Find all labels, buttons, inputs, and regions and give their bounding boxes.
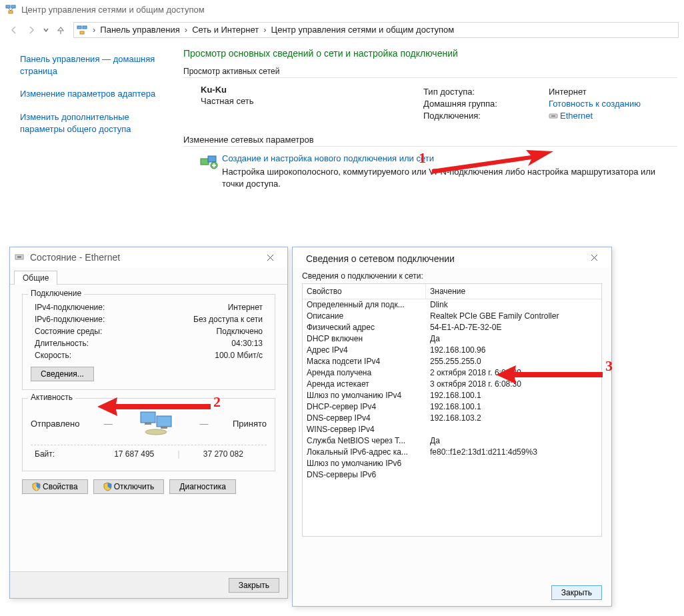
disable-button[interactable]: Отключить [93, 479, 165, 494]
close-button[interactable] [257, 250, 283, 265]
tab-general[interactable]: Общие [14, 271, 57, 285]
svg-rect-11 [208, 156, 216, 162]
speed-label: Скорость: [31, 351, 215, 360]
activity-sep: — [200, 419, 209, 429]
table-row[interactable]: Маска подсети IPv4255.255.255.0 [303, 356, 601, 367]
table-row[interactable]: Определенный для подк...Dlink [303, 299, 601, 311]
svg-line-4 [11, 8, 13, 11]
ethernet-status-icon [14, 252, 25, 263]
homegroup-label: Домашняя группа: [423, 99, 549, 109]
connections-label: Подключения: [423, 111, 549, 121]
property-cell: DNS-серверы IPv6 [303, 469, 426, 481]
property-cell: WINS-сервер IPv4 [303, 424, 426, 435]
crumb-root[interactable]: Панель управления [98, 25, 181, 35]
property-cell: Шлюз по умолчанию IPv4 [303, 390, 426, 401]
table-row[interactable]: Аренда получена2 октября 2018 г. 6:08:29 [303, 367, 601, 379]
sidebar-link-home[interactable]: Панель управления — домашняя страница [20, 53, 171, 77]
table-row[interactable]: Шлюз по умолчанию IPv6 [303, 458, 601, 469]
new-connection-icon [199, 153, 218, 169]
navigation-bar: › Панель управления › Сеть и Интернет › … [0, 19, 684, 41]
crumb-leaf[interactable]: Центр управления сетями и общим доступом [269, 25, 457, 35]
ethernet-link-text: Ethernet [560, 111, 593, 121]
sent-bytes: 17 687 495 [91, 449, 177, 459]
table-row[interactable]: DHCP-сервер IPv4192.168.100.1 [303, 401, 601, 413]
connection-fieldset-label: Подключение [28, 289, 84, 298]
window-titlebar: Центр управления сетями и общим доступом [0, 0, 684, 19]
table-row[interactable]: DNS-сервер IPv4192.168.103.2 [303, 413, 601, 424]
details-window: Сведения о сетевом подключении Сведения … [292, 247, 612, 607]
table-row[interactable]: DNS-серверы IPv6 [303, 469, 601, 481]
value-cell: 192.168.100.96 [426, 345, 601, 356]
page-title: Просмотр основных сведений о сети и наст… [183, 48, 677, 59]
ethernet-connection-link[interactable]: Ethernet [549, 111, 593, 121]
sidebar-link-sharing[interactable]: Изменить дополнительные параметры общего… [20, 111, 171, 135]
value-cell: 54-E1-AD-7E-32-0E [426, 322, 601, 333]
network-center-icon [77, 25, 87, 35]
property-cell: Шлюз по умолчанию IPv6 [303, 458, 426, 469]
property-cell: Аренда получена [303, 367, 426, 379]
activity-fieldset-label: Активность [28, 393, 75, 402]
svg-rect-17 [17, 256, 21, 258]
svg-rect-5 [77, 26, 81, 29]
value-cell: 192.168.100.1 [426, 401, 601, 413]
media-state-label: Состояние среды: [31, 327, 217, 336]
details-table: Свойство Значение Определенный для подк.… [302, 283, 602, 537]
access-type-label: Тип доступа: [423, 87, 549, 97]
table-row[interactable]: Физический адрес54-E1-AD-7E-32-0E [303, 322, 601, 333]
svg-rect-1 [11, 5, 15, 8]
value-cell: 192.168.100.1 [426, 390, 601, 401]
table-row[interactable]: Адрес IPv4192.168.100.96 [303, 345, 601, 356]
address-bar[interactable]: › Панель управления › Сеть и Интернет › … [73, 22, 679, 38]
crumb-sep[interactable]: › [182, 25, 190, 35]
homegroup-link[interactable]: Готовность к созданию [549, 99, 641, 109]
network-center-icon [5, 4, 16, 15]
back-button[interactable] [7, 23, 21, 37]
network-name: Ku-Ku [201, 85, 423, 95]
details-subtitle: Сведения о подключении к сети: [293, 267, 611, 283]
received-label: Принято [233, 419, 267, 429]
property-cell: Описание [303, 311, 426, 322]
close-button[interactable]: Закрыть [229, 578, 279, 593]
disable-button-label: Отключить [114, 482, 155, 491]
forward-button[interactable] [24, 23, 39, 37]
received-bytes: 37 270 082 [180, 449, 267, 459]
table-row[interactable]: ОписаниеRealtek PCIe GBE Family Controll… [303, 311, 601, 322]
crumb-mid[interactable]: Сеть и Интернет [190, 25, 261, 35]
speed-value: 100.0 Мбит/с [215, 351, 267, 360]
svg-rect-10 [201, 159, 209, 165]
properties-button[interactable]: Свойства [22, 479, 88, 494]
crumb-sep[interactable]: › [261, 25, 269, 35]
property-cell: Определенный для подк... [303, 299, 426, 311]
diagnose-button[interactable]: Диагностика [169, 479, 236, 494]
svg-rect-2 [9, 11, 13, 13]
table-row[interactable]: DHCP включенДа [303, 333, 601, 345]
table-row[interactable]: WINS-сервер IPv4 [303, 424, 601, 435]
table-row[interactable]: Шлюз по умолчанию IPv4192.168.100.1 [303, 390, 601, 401]
property-cell: Служба NetBIOS через T... [303, 435, 426, 447]
details-button[interactable]: Сведения... [31, 367, 94, 381]
table-row[interactable]: Служба NetBIOS через T...Да [303, 435, 601, 447]
crumb-sep[interactable]: › [90, 25, 98, 35]
close-button[interactable]: Закрыть [551, 585, 602, 600]
up-button[interactable] [53, 23, 68, 37]
group-settings-heading: Изменение сетевых параметров [183, 135, 677, 147]
value-cell [426, 424, 601, 435]
value-cell [426, 469, 601, 481]
table-row[interactable]: Аренда истекает3 октября 2018 г. 6:08:30 [303, 379, 601, 390]
value-cell: 255.255.255.0 [426, 356, 601, 367]
svg-rect-7 [80, 31, 84, 34]
sidebar-link-adapter[interactable]: Изменение параметров адаптера [20, 88, 171, 100]
column-value-header[interactable]: Значение [426, 284, 601, 299]
activity-sep: — [104, 419, 113, 429]
bytes-label: Байт: [31, 449, 91, 459]
status-window-title: Состояние - Ethernet [30, 252, 257, 263]
new-connection-link[interactable]: Создание и настройка нового подключения … [222, 153, 677, 163]
close-button[interactable] [581, 250, 607, 265]
column-property-header[interactable]: Свойство [303, 284, 426, 299]
svg-point-24 [145, 429, 167, 435]
value-cell: 192.168.103.2 [426, 413, 601, 424]
svg-rect-22 [145, 423, 151, 425]
table-row[interactable]: Локальный IPv6-адрес ка...fe80::f1e2:13d… [303, 447, 601, 458]
recent-locations-button[interactable] [40, 23, 52, 37]
property-cell: DNS-сервер IPv4 [303, 413, 426, 424]
